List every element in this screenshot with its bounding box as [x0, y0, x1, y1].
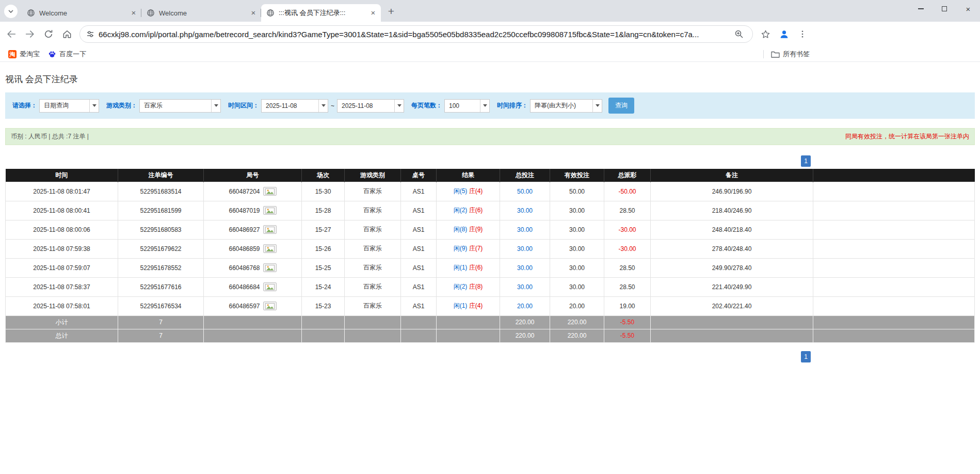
tab-welcome-1[interactable]: Welcome ×: [22, 4, 141, 22]
tab-title: Welcome: [39, 9, 129, 17]
round-result-image-icon[interactable]: [263, 282, 277, 291]
date-to-select[interactable]: 2025-11-08: [337, 99, 404, 113]
tab-search-button[interactable]: [4, 5, 18, 18]
total-total-bet: 220.00: [500, 329, 550, 342]
result-player: 闲(5): [454, 187, 468, 195]
cell-payout: -30.00: [604, 239, 651, 258]
page-size-label: 每页笔数：: [411, 101, 442, 110]
forward-button[interactable]: [21, 25, 39, 43]
currency-total-label: 币别 : 人民币 | 总共 :7 注单 |: [11, 132, 89, 141]
tab-bet-records-active[interactable]: :::视讯 会员下注纪录::: ×: [261, 4, 381, 22]
address-bar[interactable]: 66cxkj98.com/ipl/portal.php/game/betreco…: [79, 25, 753, 43]
cell-valid-bet: 30.00: [550, 239, 604, 258]
baidu-paw-icon: [48, 50, 56, 58]
round-result-image-icon[interactable]: [263, 244, 277, 253]
browser-menu-button[interactable]: [793, 25, 812, 43]
tab-title: Welcome: [159, 9, 249, 17]
total-bet-link[interactable]: 30.00: [517, 207, 533, 214]
window-minimize-button[interactable]: [909, 0, 933, 18]
table-footer: 小计 7 220.00 220.00 -5.50 总计 7 220.00 220…: [6, 315, 975, 342]
bookmark-taobao[interactable]: 淘 爱淘宝: [4, 48, 44, 60]
cell-round: 660486768: [204, 258, 302, 277]
query-type-value: 日期查询: [40, 101, 89, 110]
window-maximize-button[interactable]: [933, 0, 956, 18]
cell-note: 249.90/278.40: [651, 258, 813, 277]
cell-note: 246.90/196.90: [651, 182, 813, 201]
cell-valid-bet: 30.00: [550, 220, 604, 239]
game-type-label: 游戏类别：: [106, 101, 137, 110]
tab-close-icon[interactable]: ×: [368, 8, 378, 18]
url-text[interactable]: 66cxkj98.com/ipl/portal.php/game/betreco…: [99, 30, 732, 39]
total-payout: -5.50: [604, 329, 651, 342]
cell-total-bet: 30.00: [500, 220, 550, 239]
result-player: 闲(2): [454, 207, 468, 214]
total-valid-bet: 220.00: [550, 329, 604, 342]
pagination-page-button[interactable]: 1: [801, 155, 811, 167]
zoom-button[interactable]: [732, 27, 746, 41]
reload-button[interactable]: [39, 25, 58, 43]
total-bet-link[interactable]: 30.00: [517, 264, 533, 272]
cell-round: 660487019: [204, 201, 302, 220]
total-bet-link[interactable]: 20.00: [517, 303, 533, 310]
cell-total-bet: 30.00: [500, 277, 550, 296]
cell-time: 2025-11-08 08:00:06: [6, 220, 118, 239]
tab-welcome-2[interactable]: Welcome ×: [141, 4, 261, 22]
date-from-select[interactable]: 2025-11-08: [261, 99, 328, 113]
cell-note: 202.40/221.40: [651, 296, 813, 315]
page-size-select[interactable]: 100: [444, 99, 490, 113]
browser-toolbar: 66cxkj98.com/ipl/portal.php/game/betreco…: [0, 22, 980, 46]
cell-table-no: AS1: [401, 296, 437, 315]
round-result-image-icon[interactable]: [263, 263, 277, 272]
cell-game-type: 百家乐: [345, 201, 401, 220]
tab-close-icon[interactable]: ×: [249, 8, 258, 18]
round-result-image-icon[interactable]: [263, 206, 277, 215]
profile-button[interactable]: [775, 25, 793, 43]
result-banker: 庄(6): [469, 264, 483, 271]
cell-session: 15-30: [302, 182, 345, 201]
bookmark-baidu[interactable]: 百度一下: [44, 48, 90, 60]
bet-row: 2025-11-08 07:59:38522951679622660486859…: [6, 239, 975, 258]
cell-round: 660486927: [204, 220, 302, 239]
chevron-down-icon: [592, 100, 602, 112]
bet-table-body: 2025-11-08 08:01:47522951683514660487204…: [6, 182, 975, 315]
window-close-button[interactable]: ×: [956, 0, 980, 18]
valid-bet-notice: 同局有效投注，统一计算在该局第一张注单内: [845, 132, 969, 141]
cell-bet-id: 522951676534: [118, 296, 204, 315]
search-button[interactable]: 查询: [608, 98, 634, 114]
round-result-image-icon[interactable]: [263, 187, 277, 196]
query-type-select[interactable]: 日期查询: [39, 99, 99, 113]
total-bet-link[interactable]: 30.00: [517, 245, 533, 252]
cell-result: 闲(5) 庄(4): [437, 182, 500, 201]
reload-icon: [43, 29, 54, 39]
chevron-down-icon: [8, 8, 14, 14]
bookmark-star-button[interactable]: [756, 25, 775, 43]
cell-round: 660486597: [204, 296, 302, 315]
cell-time: 2025-11-08 07:58:01: [6, 296, 118, 315]
tab-close-icon[interactable]: ×: [129, 8, 138, 18]
back-button[interactable]: [2, 25, 21, 43]
site-settings-tune-icon[interactable]: [86, 30, 94, 38]
round-result-image-icon[interactable]: [263, 302, 277, 310]
page-title: 视讯 会员下注纪录: [5, 73, 975, 85]
home-button[interactable]: [58, 25, 76, 43]
tab-title: :::视讯 会员下注纪录:::: [279, 8, 368, 18]
sort-order-label: 时间排序：: [497, 101, 528, 110]
all-bookmarks-button[interactable]: 所有书签: [763, 50, 810, 59]
pagination-bottom: 1: [5, 351, 975, 364]
total-bet-link[interactable]: 30.00: [517, 226, 533, 233]
sort-order-value: 降幂(由大到小): [531, 101, 592, 110]
cell-filler: [813, 296, 975, 315]
pagination-page-button[interactable]: 1: [801, 351, 811, 362]
sort-order-select[interactable]: 降幂(由大到小): [530, 99, 602, 113]
cell-payout: -50.00: [604, 182, 651, 201]
bet-row: 2025-11-08 07:59:07522951678552660486768…: [6, 258, 975, 277]
cell-result: 闲(1) 庄(6): [437, 258, 500, 277]
round-result-image-icon[interactable]: [263, 225, 277, 234]
new-tab-button[interactable]: +: [384, 4, 398, 19]
cell-game-type: 百家乐: [345, 296, 401, 315]
cell-table-no: AS1: [401, 239, 437, 258]
game-type-select[interactable]: 百家乐: [139, 99, 221, 113]
total-bet-link[interactable]: 50.00: [517, 188, 533, 195]
folder-icon: [771, 51, 780, 58]
total-bet-link[interactable]: 30.00: [517, 283, 533, 291]
